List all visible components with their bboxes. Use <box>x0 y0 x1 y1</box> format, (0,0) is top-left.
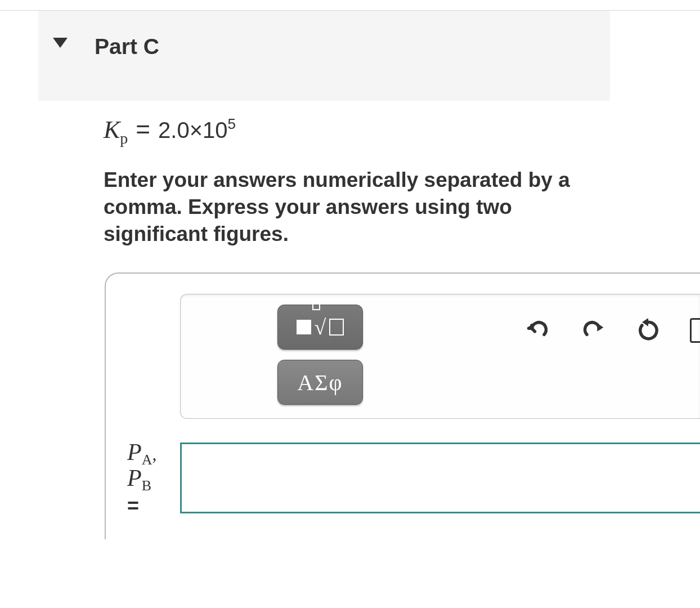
svg-marker-2 <box>597 323 603 332</box>
collapse-caret-icon[interactable] <box>53 38 68 50</box>
equation-subscript: p <box>120 129 128 147</box>
content-area: Kp = 2.0×105 Enter your answers numerica… <box>104 115 700 539</box>
redo-button[interactable] <box>580 317 607 344</box>
answer-input[interactable] <box>180 442 700 513</box>
equation-variable: K <box>104 115 120 144</box>
var-comma: , <box>152 444 156 464</box>
var-p2: P <box>127 465 142 491</box>
greek-symbols-button[interactable]: ΑΣφ <box>277 360 363 405</box>
var-sub-b: B <box>142 477 151 494</box>
var-p1: P <box>127 439 142 465</box>
greek-symbols-label: ΑΣφ <box>297 369 343 396</box>
given-equation: Kp = 2.0×105 <box>104 115 700 144</box>
undo-icon <box>526 318 550 343</box>
keyboard-icon <box>690 318 700 343</box>
equals-sign: = <box>136 115 150 144</box>
reset-icon <box>636 318 661 343</box>
answer-input-row: PA, PB = <box>106 439 700 517</box>
equation-toolbar: √ ΑΣφ <box>180 294 700 419</box>
redo-icon <box>581 318 605 343</box>
part-title: Part C <box>95 34 159 59</box>
answer-equals: = <box>127 495 180 517</box>
math-templates-icon: √ <box>297 315 344 339</box>
equation-coefficient: 2.0×10 <box>158 118 227 143</box>
var-sub-a: A <box>142 451 152 468</box>
part-header[interactable]: Part C <box>38 11 610 101</box>
equation-exponent: 5 <box>228 115 236 133</box>
undo-button[interactable] <box>524 317 551 344</box>
instructions-text: Enter your answers numerically separated… <box>104 167 599 248</box>
svg-marker-0 <box>53 38 68 48</box>
answer-variable-label: PA, PB = <box>127 439 180 517</box>
answer-container: √ ΑΣφ <box>105 272 700 539</box>
reset-button[interactable] <box>635 317 662 344</box>
keyboard-button[interactable] <box>690 317 700 344</box>
math-templates-button[interactable]: √ <box>277 305 363 350</box>
